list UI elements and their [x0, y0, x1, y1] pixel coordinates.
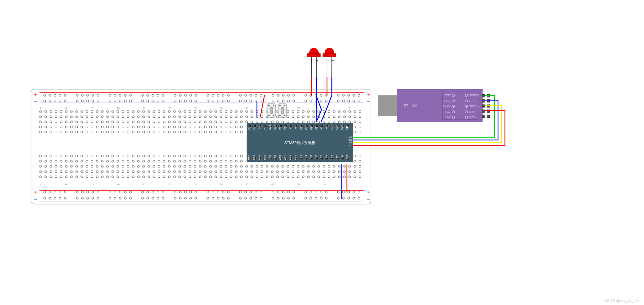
svg-text:61: 61: [349, 107, 352, 110]
stm32-title: STM32最小系统板: [284, 141, 315, 145]
led-2: + −: [323, 48, 336, 63]
svg-rect-890: [323, 54, 336, 57]
svg-text:51: 51: [297, 183, 300, 186]
stm32-board: GG3.3RB11B10B1B0A7A6A5A4A3A2A1A0C15C14C1…: [247, 123, 353, 162]
svg-text:A9: A9: [273, 155, 276, 158]
svg-text:5.0V: 5.0V: [445, 116, 451, 119]
svg-point-797: [284, 105, 285, 106]
svg-text:B7: B7: [320, 155, 323, 158]
svg-text:6: 6: [65, 183, 67, 186]
svg-text:26: 26: [168, 107, 171, 110]
svg-rect-922: [482, 94, 485, 97]
svg-text:5V: 5V: [335, 155, 338, 158]
svg-rect-886: [307, 54, 320, 57]
svg-point-910: [453, 106, 454, 107]
svg-text:6: 6: [65, 107, 67, 110]
svg-text:16: 16: [117, 183, 120, 186]
svg-text:VB: VB: [346, 126, 349, 130]
svg-text:A2: A2: [315, 126, 318, 130]
svg-text:DIO: DIO: [349, 142, 352, 144]
svg-point-796: [279, 105, 281, 106]
svg-text:A6: A6: [294, 126, 297, 130]
svg-text:56: 56: [323, 107, 326, 110]
svg-text:A10: A10: [279, 155, 282, 160]
svg-text:A4: A4: [304, 126, 307, 130]
svg-text:A15: A15: [294, 155, 297, 160]
svg-text:41: 41: [246, 183, 249, 186]
svg-point-911: [466, 106, 467, 107]
circuit-diagram: 161116212631364146515661 161116212631364…: [0, 0, 644, 305]
svg-text:21: 21: [143, 107, 146, 110]
svg-text:GND: GND: [444, 99, 451, 103]
svg-rect-789: [270, 107, 273, 114]
svg-text:G: G: [340, 155, 343, 157]
svg-point-798: [279, 115, 281, 116]
svg-text:11: 11: [91, 107, 94, 110]
svg-text:3.3V: 3.3V: [445, 110, 451, 114]
svg-text:61: 61: [349, 183, 352, 186]
svg-point-790: [268, 105, 270, 106]
svg-text:3.3: 3.3: [346, 155, 349, 159]
svg-text:B9: B9: [330, 155, 333, 158]
svg-text:3.3V: 3.3V: [469, 110, 475, 114]
led-1: + −: [307, 48, 320, 63]
svg-text:A11: A11: [284, 155, 287, 160]
watermark: CSDN @wh_xia_jun: [605, 298, 639, 303]
svg-rect-930: [482, 115, 485, 118]
svg-text:31: 31: [194, 183, 197, 186]
svg-text:B14: B14: [258, 155, 261, 160]
svg-text:SWDIO: SWDIO: [469, 94, 479, 97]
svg-point-792: [268, 115, 270, 116]
svg-text:RST: RST: [445, 94, 451, 97]
svg-text:31: 31: [194, 107, 197, 110]
svg-text:R: R: [263, 128, 266, 130]
svg-text:C14: C14: [335, 125, 338, 130]
svg-text:A12: A12: [289, 155, 292, 160]
svg-rect-924: [482, 99, 485, 102]
svg-text:A7: A7: [289, 126, 292, 130]
svg-text:B12: B12: [248, 155, 251, 160]
push-button-2: [278, 104, 286, 117]
svg-text:G: G: [253, 128, 256, 130]
svg-text:G: G: [248, 128, 251, 130]
svg-text:B0: B0: [284, 126, 287, 130]
svg-text:B5: B5: [309, 155, 313, 158]
svg-text:A3: A3: [309, 126, 313, 130]
svg-point-801: [249, 125, 251, 128]
svg-text:SWCLK: SWCLK: [469, 105, 480, 108]
svg-text:51: 51: [297, 107, 300, 110]
svg-text:36: 36: [220, 107, 223, 110]
svg-text:56: 56: [323, 183, 326, 186]
svg-rect-897: [378, 95, 398, 116]
svg-text:B3: B3: [299, 155, 302, 158]
stlink-title: STLINK: [404, 104, 417, 108]
svg-text:36: 36: [220, 183, 223, 186]
svg-rect-928: [482, 110, 485, 113]
svg-rect-795: [281, 107, 284, 114]
svg-text:A8: A8: [268, 155, 271, 158]
svg-text:C13: C13: [340, 125, 343, 130]
svg-point-793: [273, 115, 274, 116]
svg-text:B1: B1: [279, 126, 282, 130]
svg-text:B15: B15: [263, 155, 266, 160]
svg-text:B4: B4: [304, 155, 307, 158]
svg-point-799: [284, 115, 285, 116]
svg-text:B11: B11: [268, 125, 271, 130]
svg-text:46: 46: [271, 183, 274, 186]
svg-text:3.3: 3.3: [349, 144, 351, 146]
svg-text:A1: A1: [320, 126, 323, 130]
svg-text:B10: B10: [273, 125, 276, 130]
svg-text:16: 16: [117, 107, 120, 110]
svg-rect-931: [487, 115, 490, 118]
push-button-1: [267, 104, 275, 117]
svg-text:5.0V: 5.0V: [469, 116, 475, 119]
svg-text:B8: B8: [325, 155, 328, 158]
svg-text:A0: A0: [325, 126, 328, 130]
svg-text:26: 26: [168, 183, 171, 186]
svg-text:1: 1: [39, 107, 41, 110]
svg-rect-926: [482, 105, 485, 107]
svg-text:B13: B13: [253, 155, 256, 160]
svg-text:GND: GND: [349, 136, 353, 138]
svg-text:41: 41: [246, 107, 249, 110]
svg-text:B6: B6: [315, 155, 318, 158]
